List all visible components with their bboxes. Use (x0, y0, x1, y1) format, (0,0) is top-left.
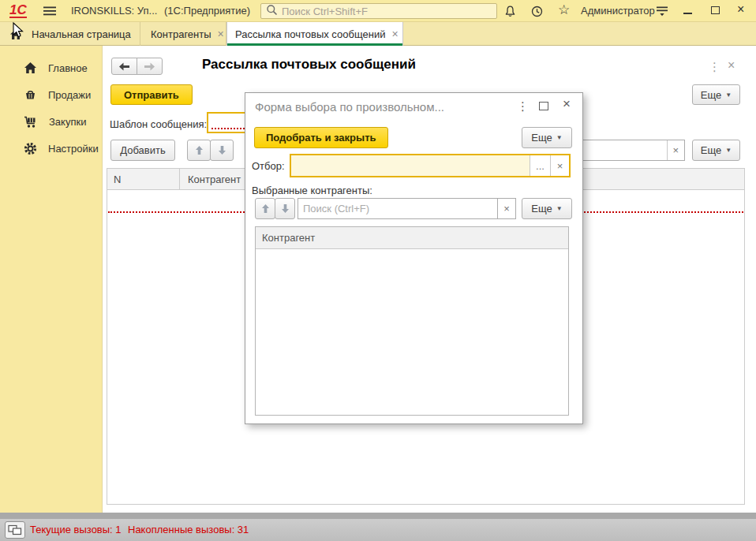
arrow-up-icon (261, 203, 270, 214)
pick-and-close-button[interactable]: Подобрать и закрыть (254, 127, 388, 148)
dialog-more-button[interactable]: Еще▼ (522, 127, 572, 148)
template-label: Шаблон сообщения: (110, 118, 207, 130)
clear-search-icon[interactable]: × (667, 140, 684, 160)
close-window-icon[interactable]: × (737, 2, 744, 17)
dialog-search-field[interactable] (298, 198, 498, 219)
more-button-label: Еще (531, 203, 552, 215)
notifications-bell-icon[interactable] (503, 5, 517, 21)
pick-button-label: Подобрать и закрыть (266, 132, 376, 144)
form-close-icon[interactable]: × (728, 58, 735, 73)
user-name-label: Администратор (581, 0, 655, 22)
global-search-input[interactable] (282, 6, 492, 17)
sidebar-item-label: Продажи (48, 89, 91, 101)
filter-clear-icon[interactable]: × (550, 155, 569, 176)
dialog-maximize-icon[interactable] (539, 102, 548, 110)
filter-ellipsis-button[interactable]: ... (530, 155, 550, 176)
arrow-right-icon (144, 62, 155, 71)
arrow-down-icon (281, 203, 290, 214)
tab-label: Рассылка почтовых сообщений (235, 28, 385, 40)
1c-logo-icon: 1С (9, 3, 27, 18)
sidebar-item-glavnoe[interactable]: Главное (0, 54, 103, 81)
service-menu-icon[interactable] (656, 6, 668, 20)
accumulated-calls-label: Накопленные вызовы: 31 (128, 524, 249, 535)
table-more-button[interactable]: Еще▼ (692, 140, 740, 161)
chevron-down-icon: ▼ (556, 134, 563, 141)
dialog-move-buttons (255, 198, 295, 219)
send-button-label: Отправить (124, 89, 179, 101)
favorites-star-icon[interactable]: ☆ (558, 2, 570, 18)
chevron-down-icon: ▼ (725, 91, 732, 99)
move-down-button[interactable] (210, 140, 234, 161)
performance-indicator-button[interactable] (5, 521, 25, 539)
tab-label: Начальная страница (32, 28, 131, 40)
move-down-button[interactable] (275, 198, 295, 219)
title-bar: 1С IRONSKILLS: Уп... (1С:Предприятие) ☆ … (0, 0, 756, 22)
sections-panel: Главное Продажи Закупки Настройки (0, 46, 103, 513)
status-separator (0, 513, 756, 519)
hamburger-menu-icon[interactable] (43, 6, 57, 19)
form-more-button[interactable]: Еще▼ (692, 84, 740, 105)
list-body[interactable] (256, 249, 568, 415)
mouse-cursor (13, 22, 24, 41)
move-up-button[interactable] (255, 198, 275, 219)
dialog-title: Форма выбора по произвольном... (255, 100, 444, 114)
arrow-down-icon (218, 145, 226, 155)
more-button-label: Еще (531, 132, 552, 144)
basket-icon (24, 88, 37, 102)
forward-button[interactable] (137, 58, 163, 75)
navigation-buttons (111, 58, 163, 75)
dialog-clear-search-icon[interactable]: × (497, 198, 516, 219)
app-window: 1С IRONSKILLS: Уп... (1С:Предприятие) ☆ … (0, 0, 756, 541)
sidebar-item-nastroyki[interactable]: Настройки (0, 135, 103, 162)
sidebar-item-label: Настройки (48, 143, 99, 155)
current-calls-label: Текущие вызовы: 1 (30, 524, 122, 535)
more-button-label: Еще (701, 89, 721, 101)
filter-input[interactable] (291, 155, 530, 176)
history-icon[interactable] (530, 5, 544, 21)
tab-bar: Начальная страница Контрагенты × Рассылк… (0, 22, 756, 46)
arrow-up-icon (195, 145, 204, 155)
gear-icon (24, 142, 37, 155)
back-button[interactable] (111, 58, 137, 75)
sidebar-item-label: Закупки (49, 116, 86, 128)
sidebar-item-prodazhi[interactable]: Продажи (0, 81, 103, 108)
sidebar-item-label: Главное (48, 62, 88, 74)
row-move-buttons (187, 140, 234, 161)
send-button[interactable]: Отправить (110, 84, 193, 105)
home-icon (24, 62, 37, 74)
tab-rassylka-active[interactable]: Рассылка почтовых сообщений × (226, 22, 403, 46)
arrow-left-icon (118, 62, 130, 71)
minimize-icon[interactable] (683, 6, 692, 14)
contractors-list: Контрагент (255, 226, 569, 416)
dialog-close-icon[interactable]: × (563, 96, 571, 112)
filter-field[interactable]: ... × (290, 154, 571, 177)
more-button-label: Еще (701, 144, 721, 156)
add-button-label: Добавить (120, 144, 165, 156)
move-up-button[interactable] (187, 140, 211, 161)
active-tab-indicator (227, 43, 402, 46)
sidebar-item-zakupki[interactable]: Закупки (0, 108, 103, 135)
dialog-more-menu-icon[interactable]: ⋮ (517, 99, 529, 114)
close-tab-icon[interactable]: × (391, 28, 398, 40)
close-tab-icon[interactable]: × (218, 28, 224, 40)
tab-kontragenty[interactable]: Контрагенты × (140, 22, 226, 46)
maximize-icon[interactable] (711, 6, 720, 14)
cart-icon (24, 115, 38, 129)
tab-label: Контрагенты (151, 28, 211, 40)
list-column-header[interactable]: Контрагент (256, 227, 568, 249)
dialog-search-input[interactable] (298, 199, 497, 218)
global-search-field[interactable] (260, 3, 497, 19)
app-title: IRONSKILLS: Уп... (71, 0, 157, 22)
selection-dialog: Форма выбора по произвольном... ⋮ × Подо… (245, 92, 583, 424)
app-kind-label: (1С:Предприятие) (164, 0, 250, 22)
selected-contractors-label: Выбранные контрагенты: (252, 185, 372, 196)
column-header-n[interactable]: N (107, 169, 180, 189)
chevron-down-icon: ▼ (556, 205, 563, 212)
form-more-menu-icon[interactable]: ⋮ (709, 60, 720, 74)
add-button[interactable]: Добавить (110, 140, 175, 161)
monitors-icon (8, 524, 22, 536)
page-title: Рассылка почтовых сообщений (202, 57, 416, 73)
filter-label: Отбор: (252, 160, 285, 172)
search-icon (266, 4, 278, 18)
dialog-list-more-button[interactable]: Еще▼ (522, 198, 572, 219)
